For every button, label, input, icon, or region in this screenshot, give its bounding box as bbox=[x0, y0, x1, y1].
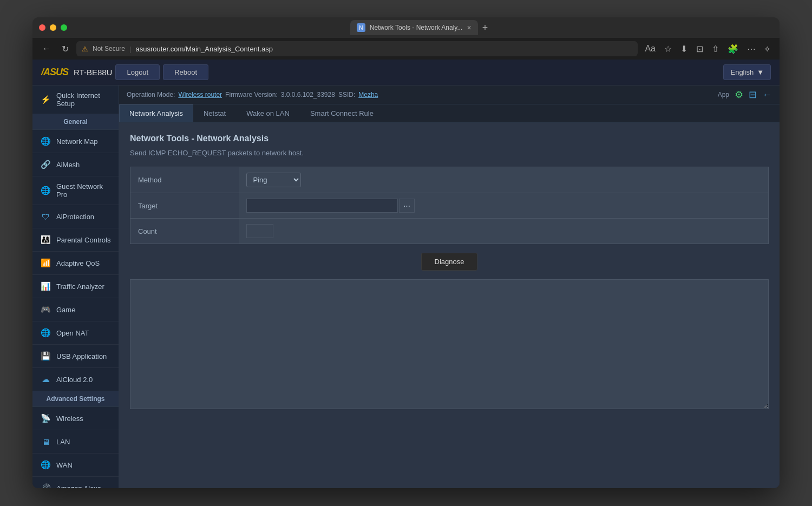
sidebar-item-label: Open NAT bbox=[56, 329, 89, 337]
form-table: Method Ping Traceroute Nslookup Target bbox=[130, 167, 769, 244]
tab-favicon: N bbox=[357, 23, 365, 32]
output-textarea[interactable] bbox=[130, 279, 769, 409]
tab-smart-connect-rule[interactable]: Smart Connect Rule bbox=[300, 104, 384, 122]
tab-label: Network Analysis bbox=[129, 109, 183, 117]
count-row: Count bbox=[130, 219, 769, 244]
minimize-button[interactable] bbox=[50, 24, 56, 31]
target-label: Target bbox=[130, 193, 239, 219]
sidebar-item-adaptive-qos[interactable]: 📶 Adaptive QoS bbox=[32, 252, 119, 275]
sidebar-item-aiprotection[interactable]: 🛡 AiProtection bbox=[32, 205, 119, 228]
advanced-section-header: Advanced Settings bbox=[32, 391, 119, 407]
language-selector[interactable]: English ▼ bbox=[723, 64, 771, 80]
sidebar-item-label: Game bbox=[56, 306, 75, 314]
chevron-down-icon: ▼ bbox=[757, 68, 764, 76]
not-secure-label: Not Secure bbox=[93, 45, 125, 52]
language-label: English bbox=[730, 68, 754, 76]
count-input[interactable] bbox=[246, 224, 273, 238]
share-button[interactable]: ⇧ bbox=[709, 42, 722, 56]
tab-bar: N Network Tools - Network Analy... × + bbox=[67, 20, 773, 36]
target-row: Target ⋯ bbox=[130, 193, 769, 219]
new-tab-button[interactable]: + bbox=[480, 20, 490, 36]
method-select[interactable]: Ping Traceroute Nslookup bbox=[246, 173, 301, 187]
content-area: Network Tools - Network Analysis Send IC… bbox=[119, 123, 780, 488]
sidebar-item-open-nat[interactable]: 🌐 Open NAT bbox=[32, 321, 119, 345]
app-label: App bbox=[718, 91, 729, 98]
monitor-icon[interactable]: ⊟ bbox=[749, 89, 757, 101]
sidebar-item-wireless[interactable]: 📡 Wireless bbox=[32, 407, 119, 430]
sidebar-item-amazon-alexa[interactable]: 🔊 Amazon Alexa bbox=[32, 477, 119, 488]
amazon-alexa-icon: 🔊 bbox=[40, 483, 51, 488]
router-topbar: /ASUS RT-BE88U Logout Reboot English ▼ bbox=[32, 60, 780, 86]
sidebar-item-lan[interactable]: 🖥 LAN bbox=[32, 430, 119, 454]
sidebar-item-wan[interactable]: 🌐 WAN bbox=[32, 454, 119, 477]
copilot-button[interactable]: ⟡ bbox=[762, 42, 773, 55]
sidebar-item-label: Adaptive QoS bbox=[56, 259, 100, 267]
tab-netstat[interactable]: Netstat bbox=[193, 104, 236, 122]
firmware-value: 3.0.0.6.102_33928 bbox=[281, 91, 335, 98]
address-bar[interactable]: ⚠ Not Secure | asusrouter.com/Main_Analy… bbox=[76, 41, 638, 56]
settings-gear-icon[interactable]: ⚙ bbox=[735, 89, 743, 101]
extensions-button[interactable]: 🧩 bbox=[725, 42, 741, 56]
op-mode-value[interactable]: Wireless router bbox=[178, 91, 222, 98]
sidebar-item-network-map[interactable]: 🌐 Network Map bbox=[32, 130, 119, 153]
sidebar-item-quick-setup[interactable]: ⚡ Quick Internet Setup bbox=[32, 86, 119, 114]
refresh-button[interactable]: ↻ bbox=[58, 42, 72, 56]
sidebar-item-aimesh[interactable]: 🔗 AiMesh bbox=[32, 153, 119, 176]
sidebar-item-label: Quick Internet Setup bbox=[56, 91, 111, 108]
sidebar-item-traffic-analyzer[interactable]: 📊 Traffic Analyzer bbox=[32, 275, 119, 298]
sidebar-item-label: AiMesh bbox=[56, 161, 80, 169]
main-panel: Operation Mode: Wireless router Firmware… bbox=[119, 86, 780, 488]
tab-network-analysis[interactable]: Network Analysis bbox=[119, 104, 193, 122]
back-button[interactable]: ← bbox=[39, 42, 54, 56]
diagnose-button[interactable]: Diagnose bbox=[421, 253, 478, 271]
reader-mode-button[interactable]: Aa bbox=[642, 42, 658, 55]
traffic-lights bbox=[39, 24, 67, 31]
tab-label: Wake on LAN bbox=[246, 109, 290, 117]
address-bar-row: ← ↻ ⚠ Not Secure | asusrouter.com/Main_A… bbox=[32, 38, 780, 60]
tab-label: Smart Connect Rule bbox=[310, 109, 374, 117]
sidebar-item-game[interactable]: 🎮 Game bbox=[32, 298, 119, 321]
back-arrow-icon[interactable]: ← bbox=[762, 89, 772, 101]
firmware-label: Firmware Version: bbox=[225, 91, 278, 98]
count-cell bbox=[239, 219, 769, 244]
layout-button[interactable]: ⊡ bbox=[693, 42, 706, 56]
sidebar-item-guest-network[interactable]: 🌐 Guest Network Pro bbox=[32, 176, 119, 205]
sidebar-item-aicloud[interactable]: ☁ AiCloud 2.0 bbox=[32, 368, 119, 391]
op-mode-label: Operation Mode: bbox=[127, 91, 175, 98]
target-input-wrapper: ⋯ bbox=[246, 199, 761, 213]
sidebar-item-usb-application[interactable]: 💾 USB Application bbox=[32, 345, 119, 368]
settings-button[interactable]: ⋯ bbox=[744, 42, 758, 56]
aiprotection-icon: 🛡 bbox=[40, 211, 51, 222]
target-browse-button[interactable]: ⋯ bbox=[399, 199, 415, 213]
parental-controls-icon: 👨‍👩‍👧 bbox=[40, 234, 51, 245]
general-section-header: General bbox=[32, 114, 119, 130]
count-label: Count bbox=[130, 219, 239, 244]
browser-window: N Network Tools - Network Analy... × + ←… bbox=[32, 17, 780, 488]
wireless-icon: 📡 bbox=[40, 413, 51, 424]
traffic-analyzer-icon: 📊 bbox=[40, 281, 51, 292]
target-input[interactable] bbox=[246, 199, 398, 213]
guest-network-icon: 🌐 bbox=[40, 185, 51, 196]
close-button[interactable] bbox=[39, 24, 45, 31]
lan-icon: 🖥 bbox=[40, 436, 51, 447]
reboot-button[interactable]: Reboot bbox=[163, 64, 208, 80]
aicloud-icon: ☁ bbox=[40, 374, 51, 385]
sidebar-item-label: Traffic Analyzer bbox=[56, 282, 104, 291]
router-content: ⚡ Quick Internet Setup General 🌐 Network… bbox=[32, 86, 780, 488]
active-tab[interactable]: N Network Tools - Network Analy... × bbox=[350, 20, 478, 35]
target-cell: ⋯ bbox=[239, 193, 769, 219]
sidebar-item-parental-controls[interactable]: 👨‍👩‍👧 Parental Controls bbox=[32, 228, 119, 252]
tab-close-button[interactable]: × bbox=[467, 23, 471, 32]
maximize-button[interactable] bbox=[61, 24, 67, 31]
tab-wake-on-lan[interactable]: Wake on LAN bbox=[236, 104, 300, 122]
page-subtitle: Send ICMP ECHO_REQUEST packets to networ… bbox=[130, 149, 769, 157]
logout-button[interactable]: Logout bbox=[115, 64, 160, 80]
sidebar: ⚡ Quick Internet Setup General 🌐 Network… bbox=[32, 86, 119, 488]
content-tabs: Network Analysis Netstat Wake on LAN Sma… bbox=[119, 104, 780, 123]
sidebar-item-label: AiProtection bbox=[56, 213, 94, 221]
bookmark-button[interactable]: ☆ bbox=[662, 42, 675, 56]
download-button[interactable]: ⬇ bbox=[678, 42, 690, 56]
method-label: Method bbox=[130, 167, 239, 193]
page-title: Network Tools - Network Analysis bbox=[130, 134, 769, 143]
game-icon: 🎮 bbox=[40, 304, 51, 315]
